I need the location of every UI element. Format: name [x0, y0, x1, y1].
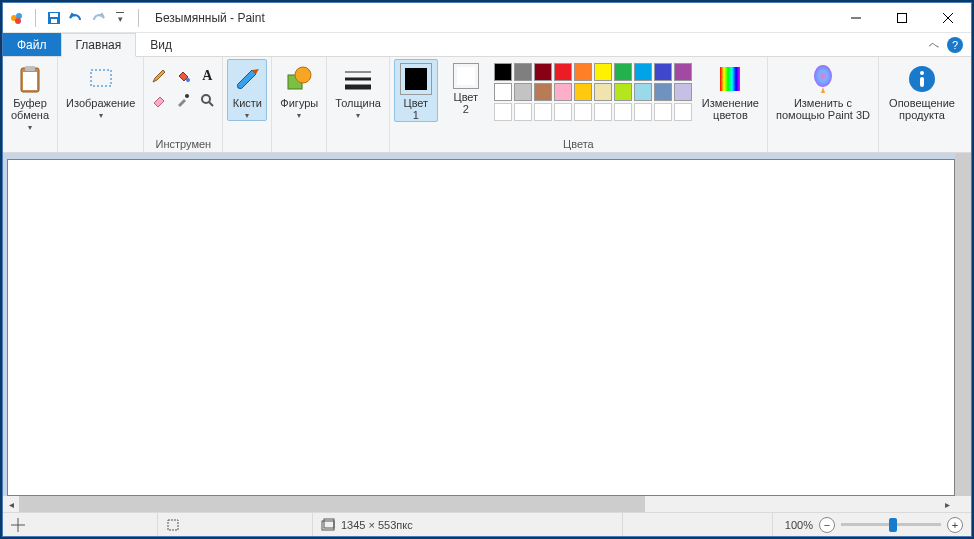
brush-icon — [231, 63, 263, 95]
scroll-right-arrow[interactable]: ▸ — [939, 496, 955, 512]
group-image: Изображение ▾ — [58, 57, 144, 152]
select-icon — [85, 63, 117, 95]
scrollbar-thumb[interactable] — [955, 153, 971, 496]
color-swatch[interactable] — [654, 83, 672, 101]
color-swatch-empty[interactable] — [674, 103, 692, 121]
alert-label: Оповещение продукта — [889, 97, 955, 121]
color-swatch[interactable] — [574, 63, 592, 81]
color-swatch-empty[interactable] — [554, 103, 572, 121]
zoom-level-text: 100% — [785, 519, 813, 531]
color2-well — [453, 63, 479, 89]
color-palette — [494, 59, 692, 121]
group-label-colors: Цвета — [394, 136, 763, 152]
color1-well — [400, 63, 432, 95]
group-colors: Цвет 1 Цвет 2 Изменение цветов Цвета — [390, 57, 768, 152]
group-label-tools: Инструмен — [148, 136, 218, 152]
color-swatch[interactable] — [514, 63, 532, 81]
svg-rect-7 — [898, 13, 907, 22]
color-swatch[interactable] — [594, 83, 612, 101]
color-swatch-empty[interactable] — [634, 103, 652, 121]
selection-size-icon — [166, 518, 180, 532]
zoom-slider[interactable] — [841, 523, 941, 526]
redo-icon[interactable] — [90, 10, 106, 26]
zoom-out-button[interactable]: − — [819, 517, 835, 533]
eraser-tool[interactable] — [148, 89, 170, 111]
tab-file[interactable]: Файл — [3, 33, 61, 56]
brushes-button[interactable]: Кисти ▾ — [227, 59, 267, 121]
help-icon[interactable]: ? — [947, 37, 963, 53]
undo-icon[interactable] — [68, 10, 84, 26]
svg-rect-13 — [91, 70, 111, 86]
chevron-down-icon: ▾ — [99, 111, 103, 120]
scrollbar-thumb[interactable] — [19, 496, 645, 512]
color-swatch[interactable] — [554, 63, 572, 81]
color-swatch[interactable] — [614, 63, 632, 81]
color-swatch-empty[interactable] — [534, 103, 552, 121]
color1-button[interactable]: Цвет 1 — [394, 59, 438, 122]
color-swatch[interactable] — [534, 63, 552, 81]
zoom-slider-thumb[interactable] — [889, 518, 897, 532]
close-button[interactable] — [925, 3, 971, 33]
app-icon — [9, 10, 25, 26]
zoom-in-button[interactable]: + — [947, 517, 963, 533]
group-thickness: Толщина ▾ — [327, 57, 390, 152]
window-controls — [833, 3, 971, 33]
vertical-scrollbar[interactable] — [955, 153, 971, 496]
svg-rect-23 — [720, 67, 740, 91]
color-swatch-empty[interactable] — [654, 103, 672, 121]
minimize-button[interactable] — [833, 3, 879, 33]
tab-home[interactable]: Главная — [61, 33, 137, 57]
canvas[interactable] — [7, 159, 955, 496]
group-alert: Оповещение продукта — [879, 57, 965, 152]
status-filesize — [623, 513, 773, 536]
color-swatch[interactable] — [654, 63, 672, 81]
color-swatch[interactable] — [574, 83, 592, 101]
qat-dropdown-icon[interactable]: ▾ — [112, 10, 128, 26]
color-swatch[interactable] — [634, 83, 652, 101]
color-swatch[interactable] — [494, 63, 512, 81]
collapse-ribbon-icon[interactable]: へ — [929, 38, 939, 52]
edit-colors-button[interactable]: Изменение цветов — [698, 59, 763, 121]
color-swatch[interactable] — [674, 83, 692, 101]
horizontal-scrollbar[interactable]: ◂ ▸ — [3, 496, 955, 512]
color-swatch[interactable] — [614, 83, 632, 101]
paint3d-button[interactable]: Изменить с помощью Paint 3D — [772, 59, 874, 121]
color-swatch-empty[interactable] — [574, 103, 592, 121]
color-swatch[interactable] — [494, 83, 512, 101]
color-swatch-empty[interactable] — [494, 103, 512, 121]
scroll-corner — [955, 496, 971, 512]
scroll-left-arrow[interactable]: ◂ — [3, 496, 19, 512]
color2-button[interactable]: Цвет 2 — [444, 59, 488, 115]
product-alert-button[interactable]: Оповещение продукта — [883, 59, 961, 121]
shapes-button[interactable]: Фигуры ▾ — [276, 59, 322, 120]
scroll-track[interactable] — [19, 496, 939, 512]
color-swatch[interactable] — [534, 83, 552, 101]
color-swatch[interactable] — [514, 83, 532, 101]
color-swatch[interactable] — [674, 63, 692, 81]
svg-rect-32 — [324, 519, 334, 528]
color-swatch-empty[interactable] — [614, 103, 632, 121]
color-swatch[interactable] — [594, 63, 612, 81]
chevron-down-icon: ▾ — [356, 111, 360, 120]
fill-tool[interactable] — [172, 65, 194, 87]
clipboard-button[interactable]: Буфер обмена ▾ — [7, 59, 53, 132]
group-label — [62, 136, 139, 152]
text-tool[interactable]: A — [196, 65, 218, 87]
color-swatch-empty[interactable] — [514, 103, 532, 121]
zoom-controls: 100% − + — [777, 517, 971, 533]
image-select-button[interactable]: Изображение ▾ — [62, 59, 139, 120]
color-swatch[interactable] — [634, 63, 652, 81]
thickness-button[interactable]: Толщина ▾ — [331, 59, 385, 120]
group-paint3d: Изменить с помощью Paint 3D — [768, 57, 879, 152]
magnifier-tool[interactable] — [196, 89, 218, 111]
tab-view[interactable]: Вид — [136, 33, 186, 56]
maximize-button[interactable] — [879, 3, 925, 33]
color-swatch[interactable] — [554, 83, 572, 101]
color-swatch-empty[interactable] — [594, 103, 612, 121]
pencil-tool[interactable] — [148, 65, 170, 87]
picker-tool[interactable] — [172, 89, 194, 111]
group-label — [7, 136, 53, 152]
svg-rect-11 — [25, 66, 35, 71]
save-icon[interactable] — [46, 10, 62, 26]
separator — [35, 9, 36, 27]
